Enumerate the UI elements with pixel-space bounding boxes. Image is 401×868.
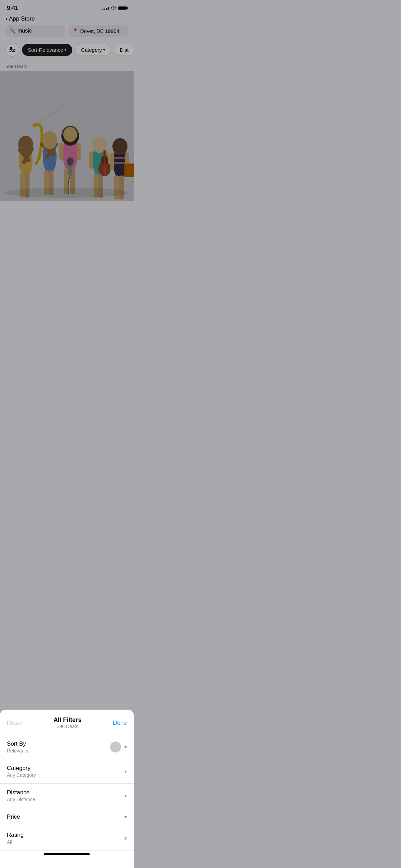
svg-point-54 [5, 188, 129, 198]
svg-rect-25 [77, 143, 81, 160]
location-input[interactable]: Dover, DE 19904 [80, 28, 119, 34]
sort-relevance-button[interactable]: Sort-Relevance ▾ [22, 44, 72, 56]
svg-rect-24 [59, 143, 63, 160]
svg-point-5 [11, 51, 12, 52]
svg-point-28 [63, 127, 77, 142]
svg-rect-49 [110, 153, 114, 170]
signal-bars-icon [102, 6, 109, 10]
deals-count-text: 594 Deals [5, 64, 27, 69]
svg-rect-39 [104, 150, 106, 162]
back-arrow-icon: ‹ [5, 15, 8, 22]
svg-rect-34 [89, 152, 93, 169]
svg-point-3 [10, 47, 12, 49]
category-button[interactable]: Category ▾ [75, 44, 111, 56]
location-input-wrap[interactable]: 📍 Dover, DE 19904 [68, 25, 128, 37]
category-label: Category [81, 47, 102, 53]
svg-point-4 [13, 49, 14, 50]
svg-rect-47 [114, 176, 119, 200]
main-image-area [0, 71, 134, 201]
svg-point-19 [42, 131, 57, 149]
status-bar: 9:41 [0, 0, 134, 14]
distance-label: Dist [120, 47, 129, 53]
location-pin-icon: 📍 [72, 28, 78, 34]
search-input[interactable]: music [17, 28, 32, 34]
filter-settings-button[interactable] [5, 43, 19, 57]
category-chevron-icon: ▾ [103, 48, 105, 52]
distance-button[interactable]: Dist [114, 44, 134, 56]
svg-rect-13 [33, 124, 38, 126]
svg-point-30 [67, 157, 74, 166]
svg-point-12 [18, 136, 33, 154]
svg-rect-48 [119, 176, 124, 200]
svg-rect-45 [113, 157, 127, 159]
kids-music-illustration [0, 71, 134, 201]
svg-rect-52 [124, 164, 134, 177]
sort-relevance-label: Sort-Relevance [28, 47, 63, 53]
deals-count-area: 594 Deals [0, 61, 134, 71]
svg-point-51 [112, 138, 127, 155]
wifi-icon [111, 6, 116, 11]
status-icons [102, 6, 127, 11]
search-icon: 🔍 [10, 28, 15, 34]
back-nav[interactable]: ‹ App Store [0, 14, 134, 25]
search-bar: 🔍 music 📍 Dover, DE 19904 [0, 25, 134, 40]
search-input-wrap[interactable]: 🔍 music [5, 25, 65, 37]
back-label: App Store [9, 15, 35, 22]
sort-chevron-icon: ▾ [64, 48, 66, 52]
filter-bar: Sort-Relevance ▾ Category ▾ Dist [0, 40, 134, 61]
battery-icon [118, 6, 127, 10]
status-time: 9:41 [7, 5, 18, 12]
